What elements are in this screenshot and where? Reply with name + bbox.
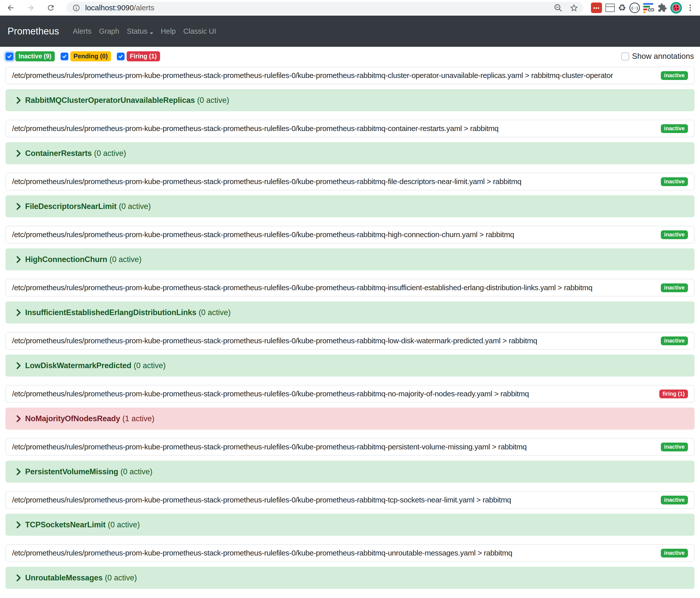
rule-state-badge: inactive <box>661 124 688 133</box>
rule-state-badge: inactive <box>661 549 688 557</box>
rule-file-path: /etc/prometheus/rules/prometheus-prom-ku… <box>12 230 656 239</box>
nav-classic-ui[interactable]: Classic UI <box>180 27 220 35</box>
rule-group-header: /etc/prometheus/rules/prometheus-prom-ku… <box>5 332 695 350</box>
address-bar[interactable]: localhost:9090/alerts <box>66 2 583 14</box>
alert-rule-row[interactable]: FileDescriptorsNearLimit (0 active) <box>5 195 695 217</box>
bookmark-star-icon[interactable] <box>569 3 579 13</box>
chevron-right-icon <box>16 362 21 369</box>
rule-file-path: /etc/prometheus/rules/prometheus-prom-ku… <box>12 177 656 186</box>
rule-state-badge: inactive <box>661 230 688 239</box>
alert-rule-group: /etc/prometheus/rules/prometheus-prom-ku… <box>5 544 695 589</box>
pending-badge[interactable]: Pending (0) <box>70 51 111 62</box>
alert-rule-row[interactable]: UnroutableMessages (0 active) <box>5 567 695 589</box>
alert-rule-group: /etc/prometheus/rules/prometheus-prom-ku… <box>5 385 695 430</box>
rule-group-header: /etc/prometheus/rules/prometheus-prom-ku… <box>5 438 695 456</box>
alert-rule-group: /etc/prometheus/rules/prometheus-prom-ku… <box>5 491 695 536</box>
rule-state-badge: inactive <box>661 442 688 451</box>
alert-active-count: (0 active) <box>94 149 126 158</box>
rule-state-badge: inactive <box>661 496 688 504</box>
filter-firing[interactable]: Firing (1) <box>117 51 160 62</box>
alert-rule-row[interactable]: RabbitMQClusterOperatorUnavailableReplic… <box>5 89 695 111</box>
alert-rule-name: PersistentVolumeMissing <box>25 467 118 476</box>
rule-state-badge: inactive <box>661 71 688 80</box>
alert-rule-row[interactable]: InsufficientEstablishedErlangDistributio… <box>5 302 695 324</box>
alert-rule-name: HighConnectionChurn <box>25 255 107 264</box>
show-annotations-toggle[interactable]: Show annotations <box>621 52 694 61</box>
firing-checkbox[interactable] <box>117 52 125 61</box>
rule-group-header: /etc/prometheus/rules/prometheus-prom-ku… <box>5 67 695 84</box>
rule-state-badge: inactive <box>661 283 688 292</box>
reload-button[interactable] <box>46 3 55 12</box>
firing-badge[interactable]: Firing (1) <box>127 51 160 62</box>
alert-rule-row[interactable]: ContainerRestarts (0 active) <box>5 142 695 164</box>
show-annotations-label: Show annotations <box>632 52 694 61</box>
rule-file-path: /etc/prometheus/rules/prometheus-prom-ku… <box>12 389 654 398</box>
alert-rule-name: ContainerRestarts <box>25 149 92 158</box>
rule-file-path: /etc/prometheus/rules/prometheus-prom-ku… <box>12 549 656 557</box>
braces-extension-icon[interactable]: {···} <box>629 2 640 13</box>
nav-help[interactable]: Help <box>157 27 180 35</box>
alert-rule-name: RabbitMQClusterOperatorUnavailableReplic… <box>25 96 195 105</box>
alert-rule-name: NoMajorityOfNodesReady <box>25 414 120 423</box>
alert-rule-name: LowDiskWatermarkPredicted <box>25 361 131 370</box>
chevron-right-icon <box>16 521 21 529</box>
rule-file-path: /etc/prometheus/rules/prometheus-prom-ku… <box>12 124 656 133</box>
profile-avatar[interactable] <box>670 2 682 14</box>
prometheus-navbar: Prometheus Alerts Graph Status Help Clas… <box>0 16 700 47</box>
rule-file-path: /etc/prometheus/rules/prometheus-prom-ku… <box>12 336 656 345</box>
inactive-checkbox[interactable] <box>5 52 13 61</box>
show-annotations-checkbox[interactable] <box>621 52 629 61</box>
prometheus-brand[interactable]: Prometheus <box>7 26 59 37</box>
chevron-right-icon <box>16 97 21 104</box>
browser-menu-icon[interactable] <box>686 3 695 12</box>
chevron-right-icon <box>16 203 21 210</box>
alert-filter-bar: Inactive (9) Pending (0) Firing (1) Show… <box>0 51 700 62</box>
alert-active-count: (0 active) <box>199 308 231 317</box>
alert-active-count: (0 active) <box>109 255 142 264</box>
alert-rule-group: /etc/prometheus/rules/prometheus-prom-ku… <box>5 332 695 377</box>
alert-rule-row[interactable]: LowDiskWatermarkPredicted (0 active) <box>5 355 695 377</box>
alert-rule-group: /etc/prometheus/rules/prometheus-prom-ku… <box>5 226 695 270</box>
alert-rule-row[interactable]: HighConnectionChurn (0 active) <box>5 248 695 270</box>
alert-rule-groups: /etc/prometheus/rules/prometheus-prom-ku… <box>0 67 700 589</box>
alert-rule-group: /etc/prometheus/rules/prometheus-prom-ku… <box>5 120 695 164</box>
alert-rule-name: UnroutableMessages <box>25 573 102 582</box>
alert-rule-row[interactable]: TCPSocketsNearLimit (0 active) <box>5 514 695 536</box>
forward-button[interactable] <box>26 3 35 12</box>
rule-group-header: /etc/prometheus/rules/prometheus-prom-ku… <box>5 173 695 190</box>
alert-active-count: (0 active) <box>134 361 166 370</box>
alert-rule-group: /etc/prometheus/rules/prometheus-prom-ku… <box>5 438 695 483</box>
alert-rule-name: TCPSocketsNearLimit <box>25 520 105 529</box>
rule-group-header: /etc/prometheus/rules/prometheus-prom-ku… <box>5 120 695 137</box>
rule-state-badge: inactive <box>661 336 688 345</box>
back-button[interactable] <box>6 3 15 12</box>
alert-active-count: (0 active) <box>105 573 137 582</box>
chevron-right-icon <box>16 574 21 582</box>
alert-active-count: (0 active) <box>119 202 151 211</box>
alert-rule-group: /etc/prometheus/rules/prometheus-prom-ku… <box>5 173 695 217</box>
rule-file-path: /etc/prometheus/rules/prometheus-prom-ku… <box>12 496 656 504</box>
lastpass-extension-icon[interactable]: ••• <box>591 2 602 13</box>
link-extension-icon[interactable] <box>643 2 654 13</box>
rule-file-path: /etc/prometheus/rules/prometheus-prom-ku… <box>12 71 656 80</box>
window-extension-icon[interactable] <box>605 3 615 12</box>
alert-rule-name: FileDescriptorsNearLimit <box>25 202 117 211</box>
alert-rule-row[interactable]: PersistentVolumeMissing (0 active) <box>5 461 695 483</box>
nav-alerts[interactable]: Alerts <box>69 27 95 35</box>
alert-active-count: (0 active) <box>108 520 140 529</box>
rule-state-badge: inactive <box>661 177 688 186</box>
recycle-extension-icon[interactable]: ♻ <box>618 3 626 12</box>
alert-rule-row[interactable]: NoMajorityOfNodesReady (1 active) <box>5 408 695 430</box>
inactive-badge[interactable]: Inactive (9) <box>15 51 55 62</box>
nav-status[interactable]: Status <box>123 27 157 35</box>
chevron-right-icon <box>16 309 21 316</box>
alert-rule-group: /etc/prometheus/rules/prometheus-prom-ku… <box>5 279 695 324</box>
zoom-out-icon[interactable] <box>553 3 563 13</box>
filter-inactive[interactable]: Inactive (9) <box>5 51 55 62</box>
pending-checkbox[interactable] <box>60 52 68 61</box>
chevron-right-icon <box>16 150 21 157</box>
nav-graph[interactable]: Graph <box>95 27 123 35</box>
extensions-puzzle-icon[interactable] <box>657 3 667 13</box>
filter-pending[interactable]: Pending (0) <box>60 51 111 62</box>
site-info-icon[interactable] <box>72 4 80 12</box>
